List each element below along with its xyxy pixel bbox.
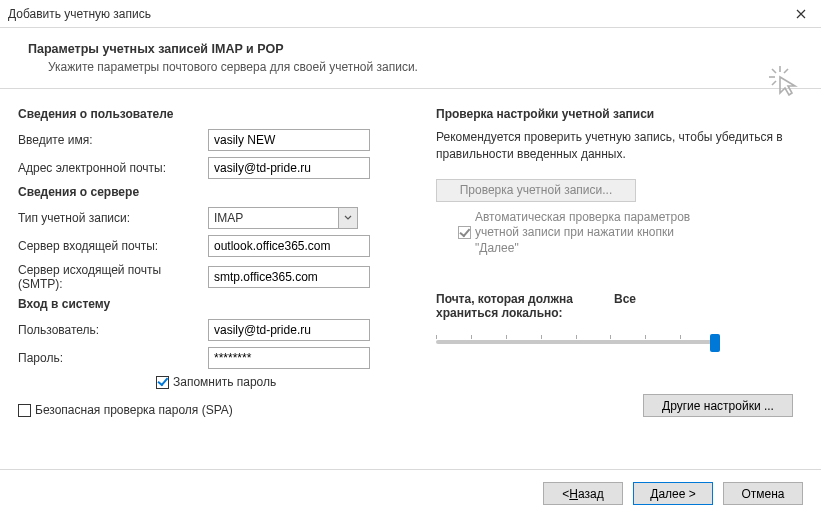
label-spa: Безопасная проверка пароля (SPA)	[35, 403, 233, 417]
svg-line-3	[784, 69, 788, 73]
input-email[interactable]	[208, 157, 370, 179]
test-settings-title: Проверка настройки учетной записи	[436, 107, 803, 121]
checkbox-spa[interactable]	[18, 404, 31, 417]
slider-value: Все	[614, 292, 636, 306]
close-icon	[796, 9, 806, 19]
remember-password-row[interactable]: Запомнить пароль	[156, 375, 408, 389]
section-user-info: Сведения о пользователе	[18, 107, 408, 121]
left-column: Сведения о пользователе Введите имя: Адр…	[18, 107, 408, 417]
mail-retention-slider[interactable]	[436, 330, 716, 356]
more-settings-button[interactable]: Другие настройки ...	[643, 394, 793, 417]
slider-track	[436, 340, 716, 344]
test-settings-desc: Рекомендуется проверить учетную запись, …	[436, 129, 803, 163]
slider-label: Почта, которая должна храниться локально…	[436, 292, 596, 320]
slider-ticks	[436, 335, 716, 339]
label-username: Пользователь:	[18, 323, 208, 337]
slider-section: Почта, которая должна храниться локально…	[436, 292, 803, 356]
input-password[interactable]	[208, 347, 370, 369]
label-outgoing: Сервер исходящей почты (SMTP):	[18, 263, 208, 291]
window-title: Добавить учетную запись	[8, 7, 789, 21]
body: Сведения о пользователе Введите имя: Адр…	[0, 89, 821, 425]
header-heading: Параметры учетных записей IMAP и POP	[28, 42, 793, 56]
input-outgoing[interactable]	[208, 266, 370, 288]
auto-check-row: Автоматическая проверка параметров учетн…	[458, 210, 718, 257]
cursor-click-icon	[769, 66, 799, 96]
titlebar: Добавить учетную запись	[0, 0, 821, 28]
label-password: Пароль:	[18, 351, 208, 365]
label-name: Введите имя:	[18, 133, 208, 147]
next-button[interactable]: Далее >	[633, 482, 713, 505]
svg-line-4	[772, 81, 776, 85]
section-login: Вход в систему	[18, 297, 408, 311]
label-email: Адрес электронной почты:	[18, 161, 208, 175]
label-incoming: Сервер входящей почты:	[18, 239, 208, 253]
input-incoming[interactable]	[208, 235, 370, 257]
header-subheading: Укажите параметры почтового сервера для …	[48, 60, 793, 74]
checkbox-auto-check	[458, 226, 471, 239]
svg-line-2	[772, 69, 776, 73]
close-button[interactable]	[789, 4, 813, 24]
footer: < Назад Далее > Отмена	[0, 469, 821, 517]
combo-account-type-value: IMAP	[209, 211, 338, 225]
section-server-info: Сведения о сервере	[18, 185, 408, 199]
test-account-button[interactable]: Проверка учетной записи...	[436, 179, 636, 202]
input-username[interactable]	[208, 319, 370, 341]
label-account-type: Тип учетной записи:	[18, 211, 208, 225]
combo-account-type[interactable]: IMAP	[208, 207, 358, 229]
header: Параметры учетных записей IMAP и POP Ука…	[0, 28, 821, 89]
input-name[interactable]	[208, 129, 370, 151]
slider-thumb[interactable]	[710, 334, 720, 352]
right-column: Проверка настройки учетной записи Рекоме…	[436, 107, 803, 417]
spa-row[interactable]: Безопасная проверка пароля (SPA)	[18, 403, 408, 417]
label-auto-check: Автоматическая проверка параметров учетн…	[475, 210, 718, 257]
checkbox-remember[interactable]	[156, 376, 169, 389]
label-remember: Запомнить пароль	[173, 375, 276, 389]
cancel-button[interactable]: Отмена	[723, 482, 803, 505]
back-button[interactable]: < Назад	[543, 482, 623, 505]
chevron-down-icon	[338, 208, 357, 228]
